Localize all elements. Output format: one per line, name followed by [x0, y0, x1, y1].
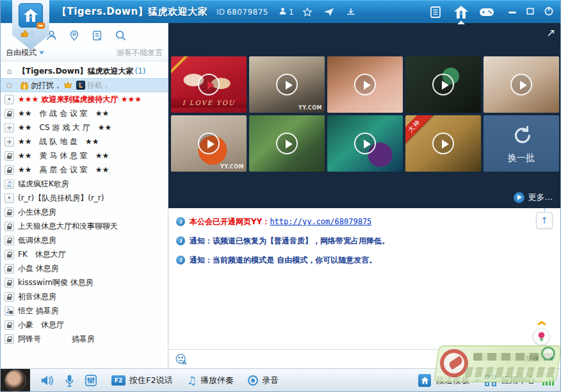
audio-mixer-icon[interactable]: [85, 374, 97, 387]
channel-list-icon[interactable]: [425, 4, 446, 20]
notice-row: i 通知：该频道已恢复为【普通音质】，网络带宽占用降低。: [168, 236, 561, 247]
channel-row[interactable]: 小生休息房: [1, 205, 168, 219]
radio-dot-icon: [6, 83, 12, 88]
channel-row[interactable]: ★★ 战 队 地 盘 ★★: [1, 135, 168, 149]
emoticon-font-icon[interactable]: A: [175, 353, 188, 366]
channel-row[interactable]: 上天狼休息大厅和没事聊聊天: [1, 219, 168, 233]
info-icon: i: [176, 236, 185, 245]
channel-row[interactable]: kissswim啊俊 休息房: [1, 275, 168, 290]
maximize-button[interactable]: [526, 6, 535, 18]
lock-icon: [4, 222, 14, 231]
main-panel: ↗ I LOVE YOU YY.COM YY.COM: [168, 23, 561, 368]
channel-row[interactable]: 小盘 休息房: [1, 261, 168, 275]
channel-web-link[interactable]: http://yy.com/68079875: [270, 217, 371, 226]
channel-row[interactable]: ★★ CS 游 戏 大 厅 ★★: [1, 120, 168, 135]
channel-template-button[interactable]: 频道模板: [436, 375, 469, 386]
channel-row[interactable]: ★★ 黄 马 休 息 室 ★★: [1, 149, 168, 163]
app-center-button[interactable]: 应用中心: [501, 375, 535, 386]
play-accompaniment-button[interactable]: ♫ 播放伴奏: [187, 374, 234, 387]
scroll-to-top-button[interactable]: ↑: [536, 212, 553, 229]
yy-watermark: YY.COM: [298, 105, 322, 111]
mode-row: 自由模式 游客不能发言: [1, 45, 168, 61]
share-plane-icon[interactable]: [321, 5, 337, 19]
download-icon[interactable]: [343, 5, 359, 19]
chat-area[interactable]: ↑ i 本公会已开通网页YY：http://yy.com/68079875 i …: [168, 208, 561, 349]
channel-row[interactable]: ★★ 高 层 会 议 室 ★★: [1, 163, 168, 177]
chevron-down-icon[interactable]: [475, 379, 480, 382]
app-grid-icon[interactable]: [485, 375, 496, 386]
chevron-up-icon[interactable]: [537, 321, 546, 326]
yy-play-icon: [514, 192, 524, 203]
more-link[interactable]: 更多...: [514, 192, 553, 203]
music-lock-icon: [4, 306, 14, 316]
channel-row[interactable]: 悟空 搞基房: [1, 304, 168, 318]
expand-arrow-icon[interactable]: ↗: [544, 26, 558, 40]
lock-icon: [4, 278, 14, 288]
speaker-icon[interactable]: [40, 374, 54, 387]
play-icon: [198, 133, 220, 154]
channel-row[interactable]: 猛虎疯狂K歌房: [1, 177, 168, 191]
yy-client-window: 【Tigers.Down】猛虎欢迎大家 ID68079875 1: [0, 0, 561, 392]
play-icon: [354, 74, 376, 95]
notice-row: i 通知：当前频道的模式是 自由模式，你可以随意发言。: [168, 255, 561, 266]
video-thumbnail[interactable]: [484, 56, 559, 113]
play-icon: [432, 74, 454, 95]
channel-row[interactable]: 小豪 休息厅: [1, 318, 168, 332]
video-thumbnail[interactable]: [249, 115, 325, 172]
thumbs-up-counter[interactable]: 0: [20, 29, 34, 38]
chevron-down-icon: [39, 51, 44, 54]
channel-row[interactable]: 低调休息房: [1, 233, 168, 247]
video-thumbnail[interactable]: YY.COM: [249, 56, 325, 113]
record-button[interactable]: 录音: [248, 375, 279, 386]
message-input-row[interactable]: A 发送: [168, 349, 561, 368]
video-thumbnail[interactable]: I LOVE YOU: [171, 56, 247, 113]
video-thumbnail[interactable]: [327, 115, 403, 172]
location-pin-icon[interactable]: [67, 28, 81, 42]
refresh-batch-button[interactable]: 换一批: [484, 115, 559, 172]
channel-root-row[interactable]: 【Tigers.Down】猛虎欢迎大家 (1): [1, 64, 168, 78]
channel-row[interactable]: 阿锋哥 搞基房: [1, 332, 168, 346]
avatar: [4, 370, 26, 391]
channel-row-selected[interactable]: 勿打扰， L 挂机，: [1, 78, 168, 92]
home-tab-icon[interactable]: [450, 4, 472, 20]
info-icon: i: [176, 256, 185, 265]
avatar-container[interactable]: [1, 369, 30, 392]
send-options-caret[interactable]: [549, 357, 555, 361]
video-thumbnail[interactable]: 大神: [405, 115, 481, 172]
notice-row: i 本公会已开通网页YY：http://yy.com/68079875: [168, 216, 561, 227]
push-to-talk-button[interactable]: F2 按住F2说话: [111, 375, 173, 386]
love-banner: I LOVE YOU: [171, 98, 247, 108]
channel-row[interactable]: FK 休息大厅: [1, 247, 168, 261]
channel-row[interactable]: ★★★ 欢迎来到猛虎接待大厅 ★★★: [1, 92, 168, 106]
channel-row[interactable]: (r_r)【队员挂机房】(r_r): [1, 191, 168, 205]
home-icon: [4, 67, 14, 76]
search-icon[interactable]: [113, 28, 127, 42]
lock-icon: [4, 151, 14, 161]
play-icon: [198, 74, 220, 95]
bottom-toolbar: F2 按住F2说话 ♫ 播放伴奏 录音 频道模板 应用中心: [1, 368, 560, 392]
video-thumbnail[interactable]: [327, 56, 403, 113]
channel-home-icon[interactable]: [418, 374, 431, 387]
titlebar[interactable]: 【Tigers.Down】猛虎欢迎大家 ID68079875 1: [1, 0, 560, 23]
favorite-star-icon[interactable]: [299, 5, 316, 19]
lol-icon: L: [76, 81, 85, 90]
games-icon[interactable]: [476, 4, 498, 20]
minimize-button[interactable]: [508, 6, 517, 18]
music-note-icon: ♫: [187, 374, 197, 387]
notes-icon[interactable]: [90, 28, 104, 42]
channel-id: ID68079875: [216, 8, 268, 17]
send-flower-button[interactable]: [533, 328, 550, 345]
channel-row[interactable]: 初音休息房: [1, 290, 168, 304]
video-thumbnail[interactable]: [405, 56, 481, 113]
send-button[interactable]: 发送: [524, 354, 540, 364]
video-recommend-panel: ↗ I LOVE YOU YY.COM YY.COM: [168, 23, 561, 208]
microphone-icon[interactable]: [65, 374, 74, 388]
yy-watermark: YY.COM: [220, 164, 244, 170]
mode-selector[interactable]: 自由模式: [6, 47, 44, 58]
record-icon: [248, 375, 258, 386]
close-power-button[interactable]: [544, 6, 554, 19]
gift-icon: [20, 81, 29, 90]
member-count[interactable]: 1: [279, 7, 294, 17]
video-thumbnail[interactable]: YY.COM: [171, 115, 247, 172]
channel-row[interactable]: ★★ 作 战 会 议 室 ★★: [1, 106, 168, 120]
